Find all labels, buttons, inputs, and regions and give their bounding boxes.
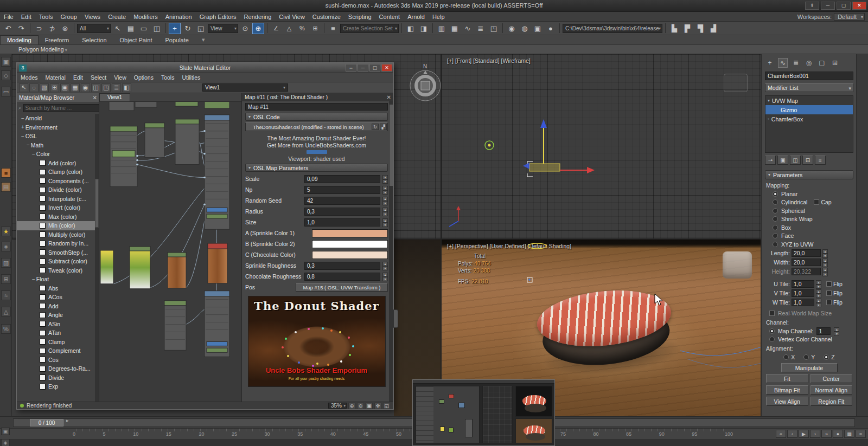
browser-item[interactable]: Min (color) bbox=[17, 221, 99, 230]
width-spinner[interactable]: ▲▼ bbox=[822, 258, 828, 266]
browser-item[interactable]: Arnold bbox=[17, 114, 99, 123]
rotate-tool-icon[interactable]: ↻ bbox=[182, 23, 194, 34]
slate-material-id-icon[interactable]: ◧ bbox=[122, 83, 131, 92]
mirror-icon[interactable]: ◧ bbox=[405, 23, 417, 34]
radius-spinner[interactable]: ▲▼ bbox=[382, 208, 388, 215]
utile-field[interactable]: 1,0 bbox=[792, 280, 814, 288]
browser-item[interactable]: Multiply (color) bbox=[17, 230, 99, 240]
mapping-box[interactable]: Box bbox=[765, 223, 853, 232]
browser-item[interactable]: Angle bbox=[17, 311, 99, 320]
ribbon-tab-selection[interactable]: Selection bbox=[75, 36, 113, 44]
curve-editor-icon[interactable]: ≣ bbox=[475, 23, 487, 34]
frame-forward-icon[interactable]: ▸ bbox=[66, 418, 69, 423]
menu-item[interactable]: Group bbox=[56, 12, 81, 21]
osl-file-button[interactable]: TheDonutShader.osl (modified - stored in… bbox=[245, 122, 388, 131]
normal-align-button[interactable]: Normal Align bbox=[810, 385, 853, 395]
slate-show-grid-icon[interactable]: ▦ bbox=[71, 83, 80, 92]
wtile-field[interactable]: 1,0 bbox=[792, 299, 814, 306]
browser-item[interactable]: Color bbox=[17, 150, 99, 159]
chocolate-roughness-field[interactable]: 0,8 bbox=[304, 273, 380, 281]
minimize-button[interactable]: ─ bbox=[821, 2, 835, 10]
left-snow-icon[interactable]: ∗ bbox=[1, 242, 11, 251]
slate-minimize-button[interactable]: ─ bbox=[358, 64, 368, 72]
menu-item[interactable]: Edit bbox=[17, 12, 35, 21]
length-field[interactable]: 20,0 bbox=[792, 249, 821, 257]
axis-y[interactable]: Y bbox=[803, 354, 815, 360]
length-spinner[interactable]: ▲▼ bbox=[822, 249, 828, 257]
browser-item[interactable]: Max (color) bbox=[17, 212, 99, 222]
key-mode-icon[interactable]: ● bbox=[833, 430, 843, 438]
center-button[interactable]: Center bbox=[810, 374, 853, 383]
menu-item[interactable]: Animation bbox=[162, 12, 196, 21]
left-percent-icon[interactable]: % bbox=[1, 324, 11, 334]
menu-item[interactable]: Rendering bbox=[240, 12, 276, 21]
expand-icon[interactable]: ▾ bbox=[768, 98, 770, 103]
create-tab-icon[interactable]: + bbox=[765, 58, 775, 68]
seed-spinner[interactable]: ▲▼ bbox=[382, 197, 388, 204]
sprinkle-color2-swatch[interactable] bbox=[312, 240, 388, 248]
left-tri-icon[interactable]: △ bbox=[1, 307, 11, 316]
slate-dock-icon[interactable]: ⇔ bbox=[346, 64, 356, 72]
scale-field[interactable]: 0,09 bbox=[304, 175, 380, 183]
ribbon-collapse-icon[interactable]: ▾ bbox=[195, 35, 212, 44]
size-spinner[interactable]: ▲▼ bbox=[382, 218, 388, 226]
prev-frame-icon[interactable]: ‹ bbox=[787, 430, 797, 438]
go-start-icon[interactable]: « bbox=[776, 430, 786, 438]
browser-item[interactable]: Divide (color) bbox=[17, 185, 99, 195]
modify-tab-icon[interactable]: ∿ bbox=[778, 58, 788, 68]
browser-item[interactable]: Exp bbox=[17, 382, 99, 391]
menu-item[interactable]: Help bbox=[429, 12, 449, 21]
zoom-in-icon[interactable]: ⊕ bbox=[348, 403, 355, 409]
ref-coord-dropdown[interactable]: View bbox=[208, 24, 238, 33]
angle-snap-icon[interactable]: △ bbox=[283, 23, 295, 34]
toolbar-extra3-icon[interactable]: ▜ bbox=[694, 23, 706, 34]
browser-item[interactable]: Cos bbox=[17, 355, 99, 365]
snap-toggle-icon[interactable]: ∠ bbox=[270, 23, 282, 34]
browser-close-icon[interactable]: ✕ bbox=[92, 94, 97, 101]
time-config-icon[interactable]: ▦ bbox=[844, 430, 854, 438]
browser-item[interactable]: Environment bbox=[17, 123, 99, 132]
slate-select-icon[interactable]: ↖ bbox=[19, 83, 28, 92]
slate-move-children-icon[interactable]: ⊞ bbox=[50, 83, 59, 92]
slate-menu-item[interactable]: View bbox=[110, 74, 130, 81]
browser-item[interactable]: ACos bbox=[17, 293, 99, 302]
anim-prefs-icon[interactable]: ≡ bbox=[856, 430, 866, 438]
left-wood-swatch-icon[interactable]: ▤ bbox=[1, 182, 11, 192]
render-icon[interactable]: ● bbox=[545, 23, 557, 34]
left-grid-icon[interactable]: ⊞ bbox=[1, 274, 11, 284]
vtile-field[interactable]: 1,0 bbox=[792, 289, 814, 297]
menu-item[interactable]: Arnold bbox=[404, 12, 429, 21]
show-end-result-icon[interactable]: ▣ bbox=[777, 156, 788, 165]
mapping-shrinkwrap[interactable]: Shrink Wrap bbox=[765, 215, 853, 224]
sprinkle-roughness-spinner[interactable]: ▲▼ bbox=[382, 262, 388, 269]
uflip-checkbox[interactable] bbox=[826, 281, 832, 287]
axis-x[interactable]: X bbox=[783, 354, 795, 360]
select-place-icon[interactable]: ⊕ bbox=[252, 23, 264, 34]
modifier-list-dropdown[interactable]: Modifier List bbox=[765, 83, 853, 92]
close-button[interactable]: ✕ bbox=[852, 2, 866, 10]
osl-map-parameters-rollout[interactable]: OSL Map Parameters bbox=[245, 164, 388, 172]
render-setup-icon[interactable]: ◍ bbox=[519, 23, 531, 34]
browser-item[interactable]: Interpolate (c... bbox=[17, 195, 99, 204]
move-tool-icon[interactable]: + bbox=[169, 23, 181, 34]
material-editor-icon[interactable]: ◉ bbox=[506, 23, 518, 34]
select-link-icon[interactable]: ⊃ bbox=[33, 23, 45, 34]
menu-item[interactable]: Customize bbox=[309, 12, 344, 21]
link-highlight[interactable] bbox=[307, 150, 327, 154]
map-channel-row[interactable]: Map Channel:1▲▼ bbox=[765, 327, 853, 335]
browser-item[interactable]: Tweak (color) bbox=[17, 266, 99, 275]
spinner-snap-icon[interactable]: ⊞ bbox=[309, 23, 321, 34]
real-world-row[interactable]: Real-World Map Size bbox=[765, 309, 853, 318]
isolate-toggle-icon[interactable]: ◈ bbox=[1, 439, 10, 446]
pan-icon[interactable]: ✜ bbox=[374, 403, 381, 409]
object-name-field[interactable]: ChamferBox001 bbox=[765, 72, 853, 80]
selection-filter-dropdown[interactable]: All bbox=[77, 24, 111, 33]
bitmap-fit-button[interactable]: Bitmap Fit bbox=[766, 385, 808, 395]
browser-item[interactable]: Subtract (color) bbox=[17, 257, 99, 266]
reload-icon[interactable]: ↻ bbox=[372, 124, 379, 130]
time-slider-handle[interactable]: 0 / 100 bbox=[30, 419, 63, 426]
inspector-scrollbar[interactable] bbox=[389, 101, 393, 402]
menu-item[interactable]: Graph Editors bbox=[196, 12, 240, 21]
menu-item[interactable]: Tools bbox=[35, 12, 57, 21]
slate-maximize-button[interactable]: ▢ bbox=[369, 64, 380, 72]
